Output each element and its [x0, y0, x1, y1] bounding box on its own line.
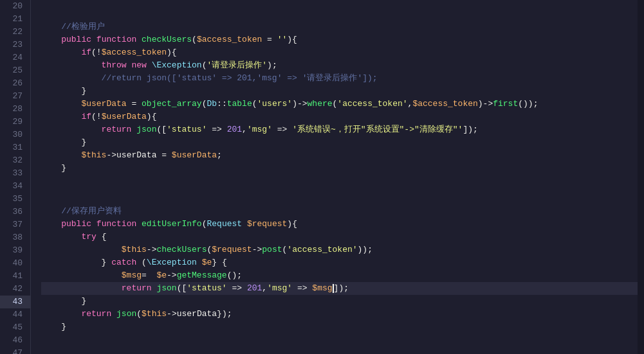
- token-kw: public: [41, 219, 97, 229]
- code-line-37: //保存用户资料: [41, 205, 638, 218]
- token-punct: );: [267, 60, 277, 70]
- line-number-38: 38: [0, 231, 30, 244]
- token-punct: =: [127, 99, 142, 109]
- token-method: first: [493, 99, 518, 109]
- token-str: 'access_token': [337, 99, 407, 109]
- token-str: '系统错误~，打开"系统设置"->"清除缓存"': [292, 125, 463, 134]
- scrollbar[interactable]: [638, 0, 644, 354]
- token-punct: (: [252, 99, 257, 109]
- token-punct: ([: [177, 283, 187, 293]
- token-punct: )->: [478, 99, 493, 109]
- token-kw: public: [41, 35, 97, 44]
- token-punct: ::: [217, 99, 227, 109]
- token-kw: return: [41, 283, 156, 293]
- token-punct: =>: [227, 283, 247, 293]
- token-kw: function: [97, 219, 142, 229]
- code-content[interactable]: //检验用户 public function checkUsers($acces…: [31, 0, 638, 354]
- token-dollar-var: $e: [156, 270, 167, 280]
- token-punct: ->: [252, 245, 262, 254]
- token-dollar-var: $msg: [41, 270, 142, 280]
- token-str: 'access_token': [287, 245, 357, 254]
- token-dollar-var: $e: [202, 258, 212, 267]
- line-number-47: 47: [0, 347, 30, 354]
- token-dollar-var: $request: [247, 219, 287, 229]
- token-dollar-var: $request: [212, 245, 252, 254]
- token-punct: ){: [287, 219, 297, 229]
- line-number-41: 41: [0, 270, 30, 283]
- token-punct: ());: [518, 99, 538, 109]
- token-method: getMessage: [177, 270, 227, 280]
- token-punct: ){: [147, 112, 157, 121]
- token-punct: }: [41, 322, 66, 332]
- token-method: post: [262, 245, 282, 254]
- line-number-26: 26: [0, 77, 30, 90]
- code-line-21: [41, 10, 638, 21]
- token-kw: function: [97, 35, 142, 44]
- token-str: 'status': [187, 283, 226, 293]
- line-number-27: 27: [0, 90, 30, 103]
- token-kw: new: [131, 60, 151, 70]
- token-punct: ->: [167, 309, 177, 319]
- token-punct: (: [136, 309, 142, 319]
- token-kw: return: [41, 309, 116, 319]
- code-line-39: try {: [41, 231, 638, 243]
- token-dollar-var: $access_token: [412, 99, 477, 109]
- token-str: 'status': [167, 125, 207, 134]
- code-line-32: $this->userData = $userData;: [41, 149, 638, 162]
- token-punct: (: [192, 35, 197, 44]
- code-line-47: [41, 333, 638, 344]
- token-str: 'users': [257, 99, 293, 109]
- token-punct: ;: [217, 150, 222, 160]
- code-line-35: [41, 185, 638, 195]
- line-number-36: 36: [0, 206, 30, 218]
- token-punct: ->: [147, 245, 157, 254]
- token-dollar-var: $userData: [41, 99, 127, 109]
- code-line-22: //检验用户: [41, 21, 638, 33]
- token-comment: //保存用户资料: [41, 206, 122, 216]
- code-line-42: $msg= $e->getMessage();: [41, 269, 638, 282]
- code-line-20: [41, 0, 638, 10]
- token-kw: catch: [111, 258, 142, 267]
- code-line-27: }: [41, 85, 638, 98]
- token-punct: =>: [272, 125, 292, 134]
- token-kw: if: [41, 48, 91, 57]
- token-prop: userData: [177, 309, 217, 319]
- token-comment: //检验用户: [41, 22, 105, 31]
- token-punct: ([: [156, 125, 167, 134]
- line-number-30: 30: [0, 128, 30, 141]
- token-dollar-var: $access_token: [197, 35, 262, 44]
- token-punct: }: [41, 137, 86, 147]
- line-number-20: 20: [0, 0, 30, 13]
- token-kw: throw: [41, 60, 131, 70]
- token-punct: =: [142, 270, 156, 280]
- line-number-24: 24: [0, 51, 30, 64]
- token-punct: ,: [262, 283, 267, 293]
- line-number-23: 23: [0, 39, 30, 51]
- token-dollar-var: $this: [41, 150, 106, 160]
- line-number-35: 35: [0, 193, 30, 206]
- token-punct: ){: [287, 35, 297, 44]
- token-num: 201: [227, 125, 242, 134]
- token-str: '请登录后操作': [207, 60, 267, 70]
- line-numbers: 2021222324252627282930313233343536373839…: [0, 0, 31, 354]
- token-punct: ->: [167, 270, 177, 280]
- token-method: checkUsers: [156, 245, 207, 254]
- token-str: 'msg': [267, 283, 292, 293]
- token-punct: ,: [242, 125, 247, 134]
- line-number-34: 34: [0, 180, 30, 193]
- token-method: table: [227, 99, 252, 109]
- token-punct: =>: [207, 125, 226, 134]
- code-line-30: return json(['status' => 201,'msg' => '系…: [41, 123, 638, 136]
- token-num: 201: [247, 283, 262, 293]
- code-editor: 2021222324252627282930313233343536373839…: [0, 0, 644, 354]
- token-fn: object_array: [142, 99, 202, 109]
- token-punct: (!: [91, 48, 102, 57]
- line-number-46: 46: [0, 334, 30, 347]
- code-line-33: }: [41, 162, 638, 175]
- token-fn: json: [136, 125, 156, 134]
- token-dollar-var: $msg: [312, 283, 332, 293]
- token-punct: }: [41, 296, 86, 306]
- code-line-46: }: [41, 321, 638, 333]
- token-punct: }: [41, 258, 111, 267]
- line-number-29: 29: [0, 116, 30, 128]
